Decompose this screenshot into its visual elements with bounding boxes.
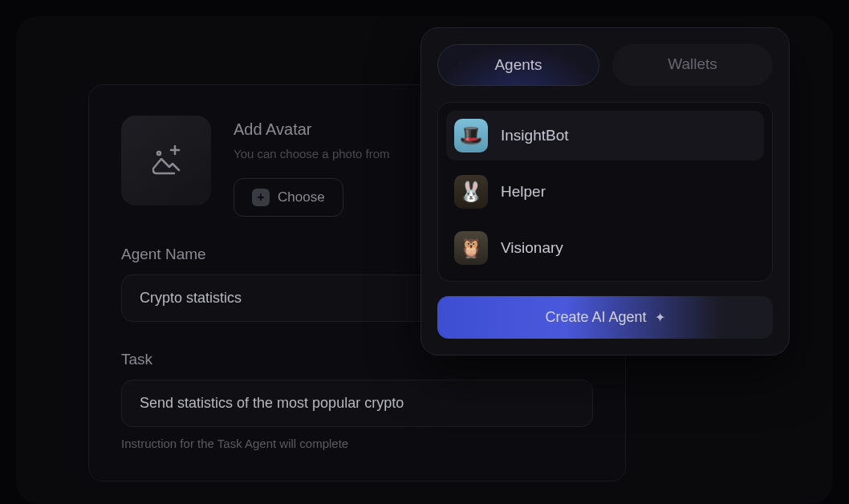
tab-agents[interactable]: Agents [437,44,599,86]
tab-wallets[interactable]: Wallets [612,44,773,86]
image-add-icon [148,143,184,178]
task-hint: Instruction for the Task Agent will comp… [121,437,593,450]
avatar-icon-visionary: 🦉 [454,231,488,265]
task-input[interactable] [121,380,593,427]
agent-name-label: Helper [501,183,546,201]
agents-panel: Agents Wallets 🎩 InsightBot 🐰 Helper 🦉 V… [420,27,790,356]
avatar-icon-insightbot: 🎩 [454,119,488,152]
create-agent-label: Create AI Agent [545,309,646,326]
agent-item-insightbot[interactable]: 🎩 InsightBot [446,111,764,161]
svg-point-0 [157,152,160,155]
task-field: Task Instruction for the Task Agent will… [121,351,593,450]
choose-file-button[interactable]: + Choose [234,178,343,217]
agent-item-visionary[interactable]: 🦉 Visionary [446,223,764,273]
agent-item-helper[interactable]: 🐰 Helper [446,167,764,217]
tabs: Agents Wallets [437,44,773,86]
sparkle-icon: ✦ [655,310,665,325]
avatar-icon-helper: 🐰 [454,175,488,209]
create-agent-button[interactable]: Create AI Agent ✦ [437,296,773,339]
main-card: Add Avatar You can choose a photo from +… [16,16,833,504]
agent-name-label: InsightBot [501,127,569,144]
agent-name-label: Visionary [501,239,563,257]
avatar-upload-box[interactable] [121,116,211,205]
plus-icon: + [252,189,270,206]
choose-file-label: Choose [278,189,325,205]
agent-list: 🎩 InsightBot 🐰 Helper 🦉 Visionary [437,102,773,282]
